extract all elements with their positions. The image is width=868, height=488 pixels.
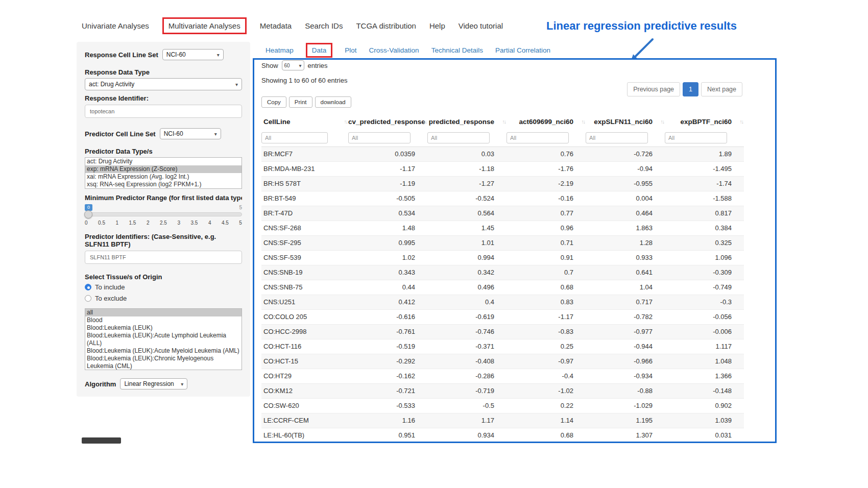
column-header-predicted-response[interactable]: predicted_response↑↓ xyxy=(427,114,507,129)
cell-value: -0.371 xyxy=(427,339,507,354)
cell-value: 1.28 xyxy=(586,235,665,250)
response-data-type-select[interactable]: act: Drug Activity ▾ xyxy=(85,78,242,90)
cell-value: -1.17 xyxy=(348,161,427,176)
sort-icon[interactable]: ↑↓ xyxy=(582,118,585,125)
sort-icon[interactable]: ↑↓ xyxy=(740,118,743,125)
predictor-data-type-option[interactable]: act: Drug Activity xyxy=(85,158,242,165)
tissue-option[interactable]: Blood:Leukemia (LEUK) xyxy=(85,324,242,332)
tab-partial-correlation[interactable]: Partial Correlation xyxy=(495,46,550,54)
tab-cross-validation[interactable]: Cross-Validation xyxy=(369,46,419,54)
tissue-option[interactable]: Blood:Leukemia (LEUK):Chronic Myelogenou… xyxy=(85,355,242,370)
cell-value: -0.286 xyxy=(427,369,507,383)
tissue-option[interactable]: Blood xyxy=(85,316,242,324)
tab-data[interactable]: Data xyxy=(306,43,333,58)
cell-line-name: BR:MDA-MB-231 xyxy=(261,161,348,176)
cell-value: -0.88 xyxy=(586,383,665,398)
table-row: BR:T-47D0.5340.5640.770.4640.817 xyxy=(261,206,744,221)
cell-value: -0.292 xyxy=(348,354,427,369)
column-header-label: expBPTF_nci60 xyxy=(680,118,732,126)
cell-value: 1.89 xyxy=(665,147,744,161)
predictor-identifiers-input[interactable] xyxy=(85,251,242,264)
include-radio[interactable] xyxy=(85,284,91,290)
nav-item-video-tutorial[interactable]: Video tutorial xyxy=(459,21,503,30)
column-header-expbptf-nci60[interactable]: expBPTF_nci60↑↓ xyxy=(665,114,744,129)
filter-cell xyxy=(261,129,348,147)
print-button[interactable]: Print xyxy=(289,96,312,108)
copy-button[interactable]: Copy xyxy=(261,96,286,108)
column-header-expslfn11-nci60[interactable]: expSLFN11_nci60↑↓ xyxy=(586,114,665,129)
sort-icon[interactable]: ↑↓ xyxy=(344,118,348,125)
slider-max-label: 5 xyxy=(239,205,242,210)
cell-value: -0.309 xyxy=(665,265,744,280)
tissue-exclude-option[interactable]: To exclude xyxy=(85,295,242,302)
filter-input-cv-predicted-response[interactable] xyxy=(348,132,411,143)
nav-item-search-ids[interactable]: Search IDs xyxy=(305,21,343,30)
predictor-cell-line-set-select[interactable]: NCI-60 ▾ xyxy=(160,128,221,139)
tab-heatmap[interactable]: Heatmap xyxy=(266,46,294,54)
cell-value: -0.162 xyxy=(348,369,427,383)
next-page-button[interactable]: Next page xyxy=(701,82,742,96)
filter-input-cellline[interactable] xyxy=(261,132,328,143)
filter-input-expbptf-nci60[interactable] xyxy=(665,132,727,143)
tissue-origin-listbox[interactable]: allBloodBlood:Leukemia (LEUK)Blood:Leuke… xyxy=(85,308,242,370)
nav-item-tcga-distribution[interactable]: TCGA distribution xyxy=(356,21,416,30)
cell-value: 0.76 xyxy=(507,147,586,161)
response-cell-line-set-select[interactable]: NCI-60 ▾ xyxy=(162,49,224,60)
tissue-include-option[interactable]: To include xyxy=(85,283,242,291)
nav-item-univariate-analyses[interactable]: Univariate Analyses xyxy=(82,21,149,30)
cell-value: 0.951 xyxy=(348,428,427,443)
response-cell-line-set-value: NCI-60 xyxy=(166,51,186,58)
cell-value: -0.944 xyxy=(586,339,665,354)
pagination: Previous page 1 Next page xyxy=(627,82,742,96)
show-entries-value: 60 xyxy=(284,63,290,68)
show-entries-select[interactable]: 60 ▾ xyxy=(282,60,304,70)
chevron-down-icon: ▾ xyxy=(181,381,183,387)
download-button[interactable]: download xyxy=(315,96,351,108)
cell-value: 0.933 xyxy=(586,250,665,265)
predictor-data-types-listbox[interactable]: act: Drug Activityexp: mRNA Expression (… xyxy=(85,157,242,189)
cell-line-name: CNS:SNB-75 xyxy=(261,280,348,295)
filter-input-predicted-response[interactable] xyxy=(427,132,490,143)
column-header-act609699-nci60[interactable]: act609699_nci60↑↓ xyxy=(507,114,586,129)
slider-tick-label: 2 xyxy=(147,220,150,226)
nav-item-help[interactable]: Help xyxy=(429,21,445,30)
tissue-option[interactable]: Blood:Leukemia (LEUK):Acute Lymphoid Leu… xyxy=(85,332,242,347)
nav-item-multivariate-analyses[interactable]: Multivariate Analyses xyxy=(162,17,247,34)
sort-icon[interactable]: ↑↓ xyxy=(502,118,506,125)
tissue-origin-label: Select Tissue/s of Origin xyxy=(85,273,242,281)
tab-plot[interactable]: Plot xyxy=(345,46,356,54)
cell-line-name: CO:HCT-116 xyxy=(261,339,348,354)
tissue-option[interactable]: all xyxy=(85,309,242,316)
filter-cell xyxy=(586,129,665,147)
cell-value: -0.408 xyxy=(427,354,507,369)
cell-value: -0.619 xyxy=(427,309,507,324)
cell-value: 0.343 xyxy=(348,265,427,280)
tab-technical-details[interactable]: Technical Details xyxy=(431,46,483,54)
slider-handle[interactable] xyxy=(84,210,92,218)
previous-page-button[interactable]: Previous page xyxy=(627,82,680,96)
predictor-data-type-option[interactable]: xai: mRNA Expression (Avg. log2 Int.) xyxy=(85,173,242,181)
filter-input-expslfn11-nci60[interactable] xyxy=(586,132,648,143)
column-header-cv-predicted-response[interactable]: cv_predicted_response↑↓ xyxy=(348,114,427,129)
nav-item-metadata[interactable]: Metadata xyxy=(260,21,292,30)
filter-input-act609699-nci60[interactable] xyxy=(507,132,569,143)
slider-track[interactable] xyxy=(85,212,242,216)
cell-value: -0.519 xyxy=(348,339,427,354)
cell-value: 1.117 xyxy=(665,339,744,354)
sort-icon[interactable]: ↑↓ xyxy=(661,118,664,125)
cell-value: 0.031 xyxy=(665,428,744,443)
algorithm-label: Algorithm xyxy=(85,380,116,388)
algorithm-select[interactable]: Linear Regression ▾ xyxy=(120,378,187,389)
table-row: CNS:U2510.4120.40.830.717-0.3 xyxy=(261,295,744,309)
column-header-cellline[interactable]: CellLine↑↓ xyxy=(261,114,348,129)
tissue-option[interactable]: Blood:Leukemia (LEUK):Acute Myeloid Leuk… xyxy=(85,347,242,355)
cell-value: 0.325 xyxy=(665,235,744,250)
exclude-radio[interactable] xyxy=(85,295,91,302)
sort-icon[interactable]: ↑↓ xyxy=(423,118,427,125)
page-number-button[interactable]: 1 xyxy=(683,82,698,96)
predictor-data-type-option[interactable]: xsq: RNA-seq Expression (log2 FPKM+1.) xyxy=(85,181,242,188)
response-identifier-input[interactable] xyxy=(85,105,242,118)
predictor-data-type-option[interactable]: exp: mRNA Expression (Z-Score) xyxy=(85,165,242,173)
cell-value: 0.03 xyxy=(427,147,507,161)
response-data-type-value: act: Drug Activity xyxy=(89,81,134,88)
